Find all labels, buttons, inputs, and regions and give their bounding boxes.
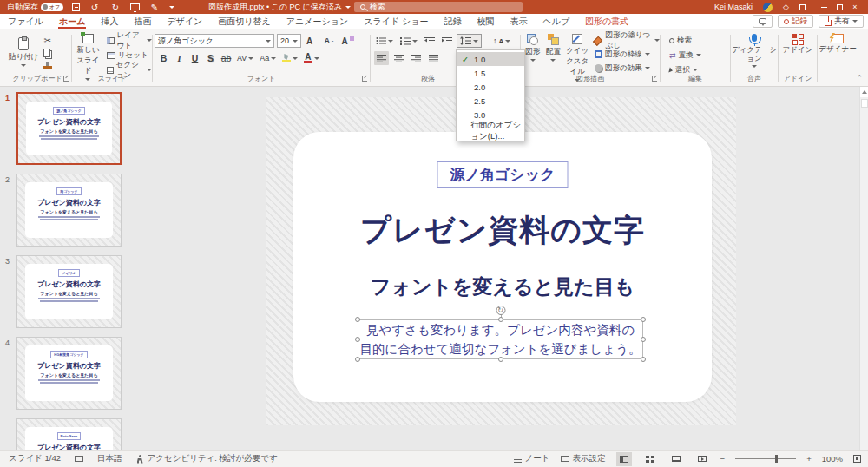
cut-icon[interactable]: ✂ — [43, 36, 52, 45]
dictate-button[interactable]: ディクテーション — [731, 34, 778, 68]
copy-icon[interactable] — [43, 49, 50, 57]
menu-item-2-5[interactable]: 2.5 — [457, 94, 524, 108]
shrink-font-button[interactable]: Aˇ — [322, 34, 337, 48]
zoom-in-button[interactable]: + — [806, 454, 812, 464]
resize-handle-w[interactable] — [355, 337, 360, 342]
tab-transitions[interactable]: 画面切り替え — [210, 14, 278, 29]
display-icon[interactable] — [75, 456, 83, 462]
decrease-indent-button[interactable] — [422, 34, 437, 48]
language-indicator[interactable]: 日本語 — [97, 453, 122, 464]
align-center-button[interactable] — [391, 51, 406, 65]
slide-title[interactable]: プレゼン資料の文字 — [293, 210, 712, 251]
highlight-color-button[interactable] — [279, 51, 300, 65]
menu-item-1-0[interactable]: ✓1.0 — [457, 52, 524, 66]
user-name[interactable]: Kei Masaki — [714, 3, 753, 11]
italic-button[interactable]: I — [172, 51, 187, 65]
slide-thumbnail-4[interactable]: 4 HG創英角ゴシック プレゼン資料の文字 フォントを変えると見た目も — [16, 337, 122, 410]
shapes-button[interactable]: 図形 — [524, 34, 542, 62]
scroll-up-icon[interactable] — [860, 87, 868, 97]
tab-animations[interactable]: アニメーション — [279, 14, 356, 29]
record-button[interactable]: 記録 — [778, 15, 813, 28]
fit-to-window-icon[interactable] — [853, 455, 861, 463]
meet-now-icon[interactable] — [799, 4, 806, 10]
justify-button[interactable] — [426, 51, 441, 65]
redo-icon[interactable]: ↻ — [109, 3, 122, 12]
numbering-button[interactable] — [398, 34, 420, 48]
notes-button[interactable]: ノート — [514, 453, 550, 464]
menu-item-2-0[interactable]: 2.0 — [457, 80, 524, 94]
slide-sorter-view-button[interactable] — [642, 452, 658, 466]
zoom-slider[interactable] — [735, 458, 796, 459]
slideshow-view-button[interactable] — [694, 452, 710, 466]
shape-outline-button[interactable]: 図形の枠線 — [593, 48, 660, 61]
scrollbar-thumb[interactable] — [861, 99, 868, 108]
display-settings-button[interactable]: 表示設定 — [561, 453, 606, 464]
increase-indent-button[interactable] — [439, 34, 455, 48]
undo-icon[interactable]: ↺ — [89, 3, 101, 12]
zoom-out-button[interactable]: − — [720, 454, 726, 464]
font-color-button[interactable]: A — [301, 51, 321, 65]
tab-file[interactable]: ファイル — [0, 14, 51, 29]
qat-customize-chevron-icon[interactable] — [169, 6, 174, 9]
comments-button[interactable] — [753, 15, 773, 28]
align-left-button[interactable] — [374, 51, 389, 65]
tab-design[interactable]: デザイン — [159, 14, 210, 29]
slide-counter[interactable]: スライド 1/42 — [9, 453, 61, 464]
addins-button[interactable]: アドイン — [779, 34, 817, 55]
vertical-scrollbar[interactable] — [859, 87, 868, 450]
menu-item-spacing-options[interactable]: 行間のオプション(L)... — [457, 123, 524, 139]
resize-handle-n[interactable] — [498, 317, 503, 322]
text-direction-button[interactable]: ↕A — [490, 34, 513, 48]
zoom-slider-thumb[interactable] — [775, 455, 778, 463]
accessibility-status[interactable]: アクセシビリティ: 検討が必要です — [136, 453, 278, 464]
resize-handle-se[interactable] — [641, 357, 646, 362]
find-button[interactable]: 検索 — [667, 34, 730, 47]
resize-handle-nw[interactable] — [355, 317, 360, 322]
line-spacing-button[interactable] — [457, 34, 482, 48]
align-right-button[interactable] — [409, 51, 424, 65]
collapse-ribbon-icon[interactable]: ⌃ — [856, 74, 863, 82]
strikethrough-button[interactable]: ab — [219, 51, 233, 65]
tab-shape-format[interactable]: 図形の書式 — [577, 14, 636, 29]
document-title[interactable]: 図版作成用.pptx • この PC に保存済み — [208, 0, 351, 14]
reading-view-button[interactable] — [668, 452, 684, 466]
font-dialog-launcher[interactable] — [362, 76, 367, 82]
shape-fill-button[interactable]: 図形の塗りつぶし — [593, 34, 660, 47]
font-name-combobox[interactable]: 源ノ角ゴシック — [155, 34, 274, 48]
zoom-level[interactable]: 100% — [822, 454, 843, 464]
save-icon[interactable] — [72, 3, 80, 11]
change-case-button[interactable]: Aa — [257, 51, 279, 65]
resize-handle-ne[interactable] — [641, 317, 646, 322]
slide-thumbnail-3[interactable]: 3 メイリオ プレゼン資料の文字 フォントを変えると見た目も — [16, 255, 122, 328]
format-painter-icon[interactable] — [43, 66, 52, 69]
autosave-toggle[interactable]: 自動保存 オフ — [7, 2, 63, 13]
text-shadow-button[interactable]: S — [203, 51, 218, 65]
normal-view-button[interactable] — [616, 452, 632, 466]
bold-button[interactable]: B — [156, 51, 171, 65]
layout-button[interactable]: レイアウト — [105, 34, 152, 47]
drawing-dialog-launcher[interactable] — [652, 76, 657, 82]
slide-canvas[interactable]: 源ノ角ゴシック プレゼン資料の文字 フォントを変えると見た目も 見やすさも変わり… — [266, 97, 736, 425]
resize-handle-s[interactable] — [498, 357, 503, 362]
minimize-button[interactable] — [816, 0, 832, 14]
avatar[interactable] — [763, 3, 773, 12]
replace-button[interactable]: ⇄置換 — [667, 49, 730, 62]
tab-slideshow[interactable]: スライド ショー — [356, 14, 436, 29]
paste-button[interactable]: 貼り付け — [9, 37, 38, 67]
font-size-combobox[interactable]: 20 — [277, 34, 301, 48]
diamond-icon[interactable]: ◇ — [783, 3, 789, 11]
slide-thumbnail-5[interactable]: 5 Noto Sans プレゼン資料の文字 — [16, 418, 122, 450]
restore-button[interactable] — [832, 0, 847, 14]
underline-button[interactable]: U — [187, 51, 202, 65]
slide-thumbnail-1[interactable]: 1 源ノ角ゴシック プレゼン資料の文字 フォントを変えると見た目も — [16, 92, 122, 165]
selected-text-box[interactable]: 見やすさも変わります。プレゼン内容や資料の 目的に合わせて適切なフォントを選びま… — [358, 319, 643, 359]
designer-button[interactable]: デザイナー — [818, 34, 858, 54]
arrange-button[interactable]: 配置 — [545, 34, 562, 62]
close-button[interactable]: × — [847, 0, 863, 14]
pen-icon[interactable]: ✎ — [148, 3, 161, 12]
search-input[interactable]: 検索 — [354, 2, 523, 12]
slide-thumbnail-2[interactable]: 2 游ゴシック プレゼン資料の文字 フォントを変えると見た目も — [16, 174, 122, 247]
tab-insert[interactable]: 挿入 — [93, 14, 126, 29]
tab-record[interactable]: 記録 — [436, 14, 469, 29]
clipboard-dialog-launcher[interactable] — [63, 76, 69, 82]
